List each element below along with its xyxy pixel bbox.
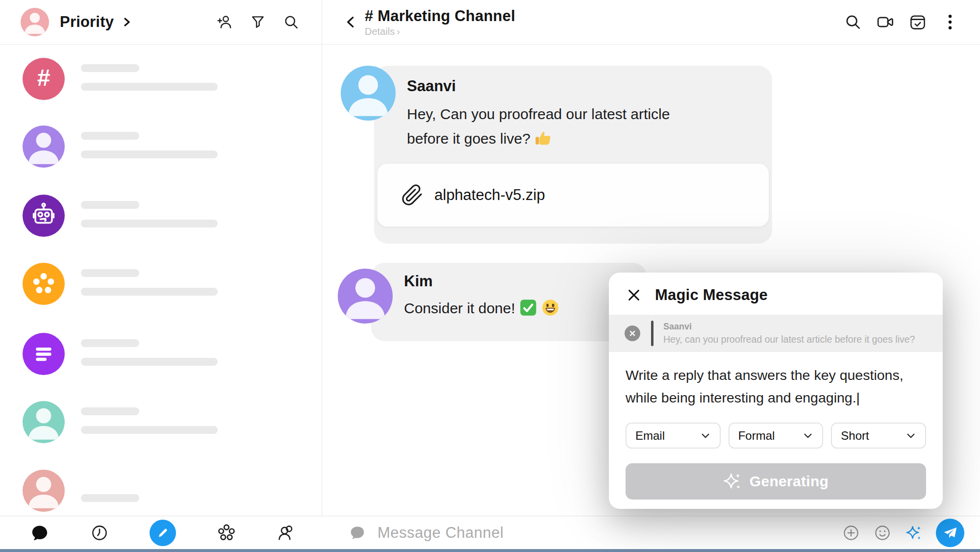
dropdown-length[interactable]: Short: [831, 423, 926, 449]
placeholder-bar: [81, 269, 139, 277]
more-menu-icon[interactable]: [941, 13, 959, 31]
message-author: Saanvi: [407, 77, 456, 95]
message-bubble: Saanvi Hey, Can you proofread our latest…: [374, 66, 772, 244]
channel-header: # Marketing Channel Details›: [323, 0, 980, 44]
flower-icon: [29, 270, 58, 298]
quote-text: Hey, can you proofread our latest articl…: [663, 334, 915, 345]
sidebar-title: Priority: [60, 13, 114, 31]
generating-label: Generating: [750, 473, 829, 490]
plus-circle-icon[interactable]: [842, 524, 860, 542]
placeholder-bar: [81, 83, 218, 91]
sidebar-item-app[interactable]: [0, 263, 322, 305]
attachment-filename: alphatech-v5.zip: [434, 186, 545, 204]
sidebar-item-notes[interactable]: [0, 333, 322, 375]
chat-filled-icon[interactable]: [30, 524, 49, 542]
video-call-icon[interactable]: [876, 13, 895, 31]
sidebar: Priority #: [0, 0, 322, 552]
sidebar-item-user[interactable]: [0, 470, 322, 512]
hash-icon: #: [37, 66, 50, 90]
quote-author: Saanvi: [663, 322, 915, 332]
chevron-down-icon: [700, 430, 711, 441]
paperclip-icon: [401, 184, 424, 206]
placeholder-bar: [81, 151, 218, 158]
sidebar-header: Priority: [0, 0, 322, 44]
quoted-message: Saanvi Hey, can you proofread our latest…: [609, 315, 943, 352]
message-bubble: Kim Consider it done!: [371, 263, 647, 341]
user-avatar[interactable]: [21, 8, 49, 36]
magic-sparkle-icon[interactable]: [905, 524, 923, 542]
person-silhouette-icon: [23, 401, 65, 443]
placeholder-bar: [81, 358, 218, 366]
sidebar-item-user[interactable]: [0, 401, 322, 443]
placeholder-bar: [81, 64, 139, 72]
close-icon[interactable]: [626, 287, 642, 303]
sidebar-item-user[interactable]: [0, 125, 322, 168]
chat-bubble-icon: [349, 525, 366, 541]
channel-title: # Marketing Channel: [365, 7, 515, 25]
app-window: Priority #: [0, 0, 980, 552]
magic-popup-title: Magic Message: [655, 286, 768, 304]
text-cursor: |: [856, 390, 860, 405]
text-lines-icon: [29, 340, 58, 368]
placeholder-bar: [81, 426, 218, 434]
message-input[interactable]: Message Channel: [377, 524, 842, 542]
robot-icon: [29, 201, 58, 230]
message-avatar-kim[interactable]: [338, 269, 393, 324]
add-person-icon[interactable]: [215, 13, 234, 31]
sidebar-item-avatar: [23, 263, 65, 305]
bottom-strip: [0, 549, 980, 552]
dropdown-format[interactable]: Email: [626, 423, 721, 449]
placeholder-bar: [81, 494, 139, 502]
placeholder-bar: [81, 201, 139, 209]
person-silhouette-icon: [23, 125, 65, 168]
sidebar-toolbar: [0, 516, 322, 549]
chevron-small-icon: ›: [397, 26, 400, 37]
quote-bar: [651, 321, 653, 346]
dropdown-tone[interactable]: Formal: [729, 423, 824, 449]
emoji-smile-icon[interactable]: [873, 524, 892, 542]
search-icon[interactable]: [282, 13, 301, 31]
sparkle-icon: [723, 472, 742, 491]
contacts-icon[interactable]: [277, 524, 296, 542]
person-silhouette-icon: [23, 470, 65, 512]
option-dropdowns: Email Formal Short: [626, 423, 926, 449]
magic-popup-header: Magic Message: [609, 273, 943, 315]
tasks-icon[interactable]: [908, 13, 927, 31]
sidebar-item-avatar: [23, 195, 65, 237]
search-icon[interactable]: [844, 13, 862, 31]
message-text: Hey, Can you proofread our latest articl…: [407, 102, 701, 151]
placeholder-bar: [81, 407, 139, 415]
chevron-down-icon: [803, 430, 813, 441]
placeholder-bar: [81, 220, 218, 227]
recents-clock-icon[interactable]: [90, 524, 109, 542]
generating-button[interactable]: Generating: [626, 463, 926, 500]
person-silhouette-icon: [341, 66, 396, 121]
magic-message-popup: Magic Message Saanvi Hey, can you proofr…: [609, 273, 943, 509]
send-button[interactable]: [936, 519, 964, 547]
sidebar-item-channel[interactable]: #: [0, 58, 322, 100]
header-divider: [0, 44, 980, 45]
remove-quote-icon[interactable]: [625, 326, 640, 341]
back-icon[interactable]: [341, 11, 361, 33]
placeholder-bar: [81, 288, 218, 296]
grinning-face-emoji: [541, 299, 559, 317]
channel-details-link[interactable]: Details›: [365, 26, 515, 37]
check-mark-emoji: [519, 299, 537, 317]
compose-button[interactable]: [150, 520, 176, 546]
person-silhouette-icon: [338, 269, 393, 324]
attachment-card[interactable]: alphatech-v5.zip: [377, 164, 769, 226]
sidebar-item-avatar: [23, 401, 65, 443]
chevron-down-icon: [905, 430, 916, 441]
apps-icon[interactable]: [217, 524, 236, 542]
sidebar-item-avatar: [23, 333, 65, 375]
message-avatar-saanvi[interactable]: [341, 66, 396, 121]
thumbs-up-emoji: [534, 129, 553, 147]
sidebar-item-bot[interactable]: [0, 195, 322, 237]
message-text: Consider it done!: [404, 296, 559, 321]
filter-icon[interactable]: [249, 13, 267, 31]
chevron-right-icon[interactable]: [121, 16, 132, 28]
placeholder-bar: [81, 339, 139, 347]
sidebar-item-avatar: [23, 125, 65, 168]
person-silhouette-icon: [21, 8, 49, 36]
prompt-input[interactable]: Write a reply that answers the key quest…: [626, 364, 923, 409]
